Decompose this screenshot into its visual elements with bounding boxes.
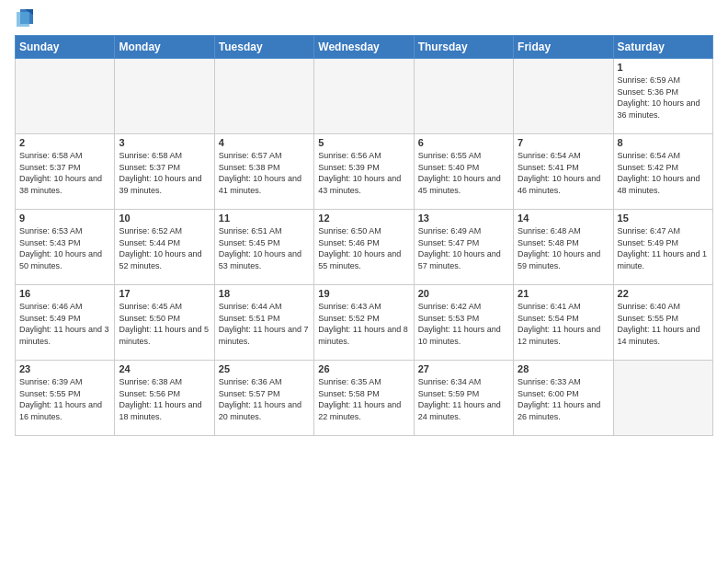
day-info: Sunrise: 6:47 AM Sunset: 5:49 PM Dayligh…: [618, 225, 709, 271]
day-number: 22: [618, 288, 709, 299]
day-number: 18: [219, 288, 310, 299]
day-cell: 28Sunrise: 6:33 AM Sunset: 6:00 PM Dayli…: [514, 361, 613, 436]
day-info: Sunrise: 6:50 AM Sunset: 5:46 PM Dayligh…: [318, 225, 409, 271]
day-info: Sunrise: 6:54 AM Sunset: 5:42 PM Dayligh…: [618, 150, 709, 196]
day-cell: 10Sunrise: 6:52 AM Sunset: 5:44 PM Dayli…: [115, 210, 214, 285]
day-cell: 18Sunrise: 6:44 AM Sunset: 5:51 PM Dayli…: [214, 285, 313, 361]
day-number: 2: [19, 137, 110, 148]
day-info: Sunrise: 6:34 AM Sunset: 5:59 PM Dayligh…: [418, 376, 509, 422]
day-info: Sunrise: 6:48 AM Sunset: 5:48 PM Dayligh…: [518, 225, 609, 271]
day-info: Sunrise: 6:58 AM Sunset: 5:37 PM Dayligh…: [119, 150, 210, 196]
day-cell: 16Sunrise: 6:46 AM Sunset: 5:49 PM Dayli…: [16, 285, 115, 361]
day-number: 4: [219, 137, 310, 148]
day-info: Sunrise: 6:36 AM Sunset: 5:57 PM Dayligh…: [219, 376, 310, 422]
day-number: 25: [219, 363, 310, 374]
week-row-4: 23Sunrise: 6:39 AM Sunset: 5:55 PM Dayli…: [16, 361, 713, 436]
calendar-header-row: SundayMondayTuesdayWednesdayThursdayFrid…: [16, 36, 713, 59]
day-info: Sunrise: 6:56 AM Sunset: 5:39 PM Dayligh…: [318, 150, 409, 196]
day-number: 6: [418, 137, 509, 148]
day-info: Sunrise: 6:52 AM Sunset: 5:44 PM Dayligh…: [119, 225, 210, 271]
day-info: Sunrise: 6:43 AM Sunset: 5:52 PM Dayligh…: [318, 301, 409, 347]
day-header-sunday: Sunday: [16, 36, 115, 59]
day-cell: 27Sunrise: 6:34 AM Sunset: 5:59 PM Dayli…: [414, 361, 513, 436]
svg-marker-1: [17, 12, 29, 27]
day-info: Sunrise: 6:46 AM Sunset: 5:49 PM Dayligh…: [19, 301, 110, 347]
day-header-wednesday: Wednesday: [314, 36, 414, 59]
day-cell: 9Sunrise: 6:53 AM Sunset: 5:43 PM Daylig…: [16, 210, 115, 285]
day-number: 3: [119, 137, 210, 148]
day-number: 14: [518, 213, 609, 224]
day-cell: [314, 59, 414, 134]
day-header-monday: Monday: [115, 36, 214, 59]
day-header-thursday: Thursday: [414, 36, 513, 59]
day-number: 7: [518, 137, 609, 148]
day-cell: [414, 59, 513, 134]
day-number: 5: [318, 137, 409, 148]
day-number: 28: [518, 363, 609, 374]
day-number: 11: [219, 213, 310, 224]
day-number: 27: [418, 363, 509, 374]
day-cell: [115, 59, 214, 134]
day-cell: 15Sunrise: 6:47 AM Sunset: 5:49 PM Dayli…: [613, 210, 712, 285]
day-cell: 14Sunrise: 6:48 AM Sunset: 5:48 PM Dayli…: [514, 210, 613, 285]
day-header-saturday: Saturday: [613, 36, 712, 59]
week-row-2: 9Sunrise: 6:53 AM Sunset: 5:43 PM Daylig…: [16, 210, 713, 285]
day-info: Sunrise: 6:33 AM Sunset: 6:00 PM Dayligh…: [518, 376, 609, 422]
day-number: 23: [19, 363, 110, 374]
day-header-tuesday: Tuesday: [214, 36, 313, 59]
day-info: Sunrise: 6:57 AM Sunset: 5:38 PM Dayligh…: [219, 150, 310, 196]
day-cell: 7Sunrise: 6:54 AM Sunset: 5:41 PM Daylig…: [514, 134, 613, 210]
day-number: 21: [518, 288, 609, 299]
day-number: 17: [119, 288, 210, 299]
day-info: Sunrise: 6:41 AM Sunset: 5:54 PM Dayligh…: [518, 301, 609, 347]
logo: [15, 11, 33, 28]
day-cell: 8Sunrise: 6:54 AM Sunset: 5:42 PM Daylig…: [613, 134, 712, 210]
day-info: Sunrise: 6:55 AM Sunset: 5:40 PM Dayligh…: [418, 150, 509, 196]
day-number: 9: [19, 213, 110, 224]
day-cell: 6Sunrise: 6:55 AM Sunset: 5:40 PM Daylig…: [414, 134, 513, 210]
day-cell: 19Sunrise: 6:43 AM Sunset: 5:52 PM Dayli…: [314, 285, 414, 361]
week-row-1: 2Sunrise: 6:58 AM Sunset: 5:37 PM Daylig…: [16, 134, 713, 210]
day-cell: 12Sunrise: 6:50 AM Sunset: 5:46 PM Dayli…: [314, 210, 414, 285]
day-cell: 22Sunrise: 6:40 AM Sunset: 5:55 PM Dayli…: [613, 285, 712, 361]
day-cell: [214, 59, 313, 134]
day-info: Sunrise: 6:45 AM Sunset: 5:50 PM Dayligh…: [119, 301, 210, 347]
day-cell: 4Sunrise: 6:57 AM Sunset: 5:38 PM Daylig…: [214, 134, 313, 210]
day-number: 24: [119, 363, 210, 374]
day-cell: 24Sunrise: 6:38 AM Sunset: 5:56 PM Dayli…: [115, 361, 214, 436]
day-number: 15: [618, 213, 709, 224]
day-number: 8: [618, 137, 709, 148]
day-info: Sunrise: 6:39 AM Sunset: 5:55 PM Dayligh…: [19, 376, 110, 422]
day-cell: 17Sunrise: 6:45 AM Sunset: 5:50 PM Dayli…: [115, 285, 214, 361]
day-info: Sunrise: 6:49 AM Sunset: 5:47 PM Dayligh…: [418, 225, 509, 271]
day-number: 12: [318, 213, 409, 224]
calendar-table: SundayMondayTuesdayWednesdayThursdayFrid…: [15, 35, 713, 436]
day-cell: 23Sunrise: 6:39 AM Sunset: 5:55 PM Dayli…: [16, 361, 115, 436]
page: SundayMondayTuesdayWednesdayThursdayFrid…: [0, 0, 728, 563]
day-cell: 26Sunrise: 6:35 AM Sunset: 5:58 PM Dayli…: [314, 361, 414, 436]
day-number: 26: [318, 363, 409, 374]
day-cell: 1Sunrise: 6:59 AM Sunset: 5:36 PM Daylig…: [613, 59, 712, 134]
day-number: 10: [119, 213, 210, 224]
logo-icon: [17, 7, 33, 28]
day-info: Sunrise: 6:54 AM Sunset: 5:41 PM Dayligh…: [518, 150, 609, 196]
day-cell: 25Sunrise: 6:36 AM Sunset: 5:57 PM Dayli…: [214, 361, 313, 436]
day-cell: 3Sunrise: 6:58 AM Sunset: 5:37 PM Daylig…: [115, 134, 214, 210]
day-cell: [613, 361, 712, 436]
day-cell: [16, 59, 115, 134]
day-info: Sunrise: 6:35 AM Sunset: 5:58 PM Dayligh…: [318, 376, 409, 422]
week-row-0: 1Sunrise: 6:59 AM Sunset: 5:36 PM Daylig…: [16, 59, 713, 134]
day-number: 1: [618, 62, 709, 73]
day-cell: [514, 59, 613, 134]
day-info: Sunrise: 6:40 AM Sunset: 5:55 PM Dayligh…: [618, 301, 709, 347]
day-info: Sunrise: 6:53 AM Sunset: 5:43 PM Dayligh…: [19, 225, 110, 271]
day-cell: 11Sunrise: 6:51 AM Sunset: 5:45 PM Dayli…: [214, 210, 313, 285]
day-number: 20: [418, 288, 509, 299]
day-cell: 20Sunrise: 6:42 AM Sunset: 5:53 PM Dayli…: [414, 285, 513, 361]
day-info: Sunrise: 6:42 AM Sunset: 5:53 PM Dayligh…: [418, 301, 509, 347]
day-number: 16: [19, 288, 110, 299]
day-info: Sunrise: 6:38 AM Sunset: 5:56 PM Dayligh…: [119, 376, 210, 422]
day-number: 13: [418, 213, 509, 224]
day-cell: 2Sunrise: 6:58 AM Sunset: 5:37 PM Daylig…: [16, 134, 115, 210]
day-info: Sunrise: 6:59 AM Sunset: 5:36 PM Dayligh…: [618, 75, 709, 121]
